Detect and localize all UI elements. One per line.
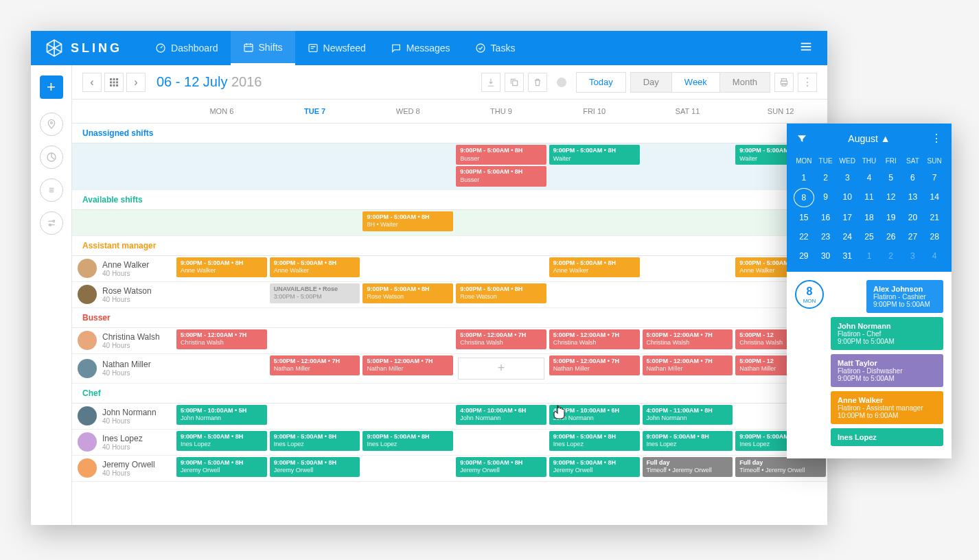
location-icon[interactable] [40, 113, 63, 136]
menu-icon[interactable] [798, 39, 814, 57]
filter-icon[interactable] [796, 133, 807, 144]
copy-icon[interactable] [505, 73, 524, 92]
day-fri[interactable]: FRI 10 [548, 100, 641, 123]
shift-card[interactable]: 5:00PM - 12:00AM • 7HChristina Walsh [549, 329, 640, 349]
calendar-date[interactable]: 5 [881, 169, 901, 187]
day-button[interactable]: Day [630, 72, 672, 93]
day-mon[interactable]: MON 6 [175, 100, 268, 123]
chart-icon[interactable] [40, 145, 63, 169]
shift-card[interactable]: 9:00PM - 5:00AM • 8HInes Lopez [270, 431, 360, 451]
nav-newsfeed[interactable]: Newsfeed [295, 31, 378, 65]
calendar-date[interactable]: 16 [816, 209, 836, 226]
calendar-date[interactable]: 21 [924, 209, 945, 226]
calendar-date[interactable]: 1 [859, 247, 879, 265]
calendar-date[interactable]: 9 [816, 188, 836, 207]
calendar-date[interactable]: 18 [859, 209, 879, 226]
shift-card[interactable]: 5:00PM - 12:00AM • 7HChristina Walsh [176, 329, 267, 349]
shift-card[interactable]: 5:00PM - 10:00AM • 5HJohn Normann [176, 405, 267, 425]
shift-card[interactable]: 9:00PM - 5:00AM • 8HJeremy Orwell [456, 457, 546, 477]
shift-card[interactable]: 9:00PM - 5:00AM • 8HInes Lopez [362, 431, 453, 451]
calendar-date[interactable]: 7 [924, 169, 945, 187]
day-wed[interactable]: WED 8 [361, 100, 454, 123]
shift-card[interactable]: 9:00PM - 5:00AM • 8HInes Lopez [643, 431, 733, 451]
shift-card[interactable]: 5:00PM - 12:00AM • 7HNathan Miller [549, 355, 640, 375]
calendar-date[interactable]: 29 [794, 247, 814, 265]
today-button[interactable]: Today [576, 72, 626, 93]
day-tue[interactable]: TUE 7 [268, 100, 362, 123]
nav-shifts[interactable]: Shifts [231, 31, 295, 65]
calendar-date[interactable]: 3 [837, 169, 857, 187]
shift-card[interactable]: 5:00PM - 12:00AM • 7HNathan Miller [270, 355, 360, 375]
calendar-date[interactable]: 26 [881, 228, 901, 246]
calendar-date[interactable]: 27 [903, 228, 923, 246]
calendar-date[interactable]: 11 [859, 188, 879, 207]
shift-card[interactable]: 9:00PM - 5:00AM • 8HInes Lopez [176, 431, 267, 451]
calendar-date[interactable]: 30 [816, 247, 836, 265]
day-sun[interactable]: SUN 12 [734, 100, 827, 123]
shift-card[interactable]: 4:00PM - 10:00AM • 6HJohn Normann [549, 405, 640, 425]
delete-icon[interactable] [528, 73, 547, 92]
more-icon[interactable]: ⋮ [798, 73, 817, 92]
shift-card[interactable]: 9:00PM - 5:00AM • 8HAnne Walker [176, 257, 267, 277]
grid-view-icon[interactable] [104, 73, 124, 92]
calendar-date[interactable]: 28 [924, 228, 945, 246]
week-button[interactable]: Week [672, 72, 720, 93]
shift-card[interactable]: 9:00PM - 5:00AM • 8HAnne Walker [270, 257, 360, 277]
calendar-date[interactable]: 1 [794, 169, 814, 187]
shift-card[interactable]: 9:00PM - 5:00AM • 8HBusser [456, 166, 546, 186]
calendar-date[interactable]: 25 [859, 228, 879, 246]
calendar-date[interactable]: 22 [794, 228, 814, 246]
calendar-date[interactable]: 13 [903, 188, 923, 207]
shift-card[interactable]: 5:00PM - 12:00AM • 7HChristina Walsh [456, 329, 546, 349]
shift-card[interactable]: 5:00PM - 12:00AM • 7HChristina Walsh [643, 329, 733, 349]
sidepanel-shift[interactable]: Ines Lopez [831, 428, 943, 446]
shift-card[interactable]: 9:00PM - 5:00AM • 8H8H • Waiter [362, 211, 453, 231]
export-icon[interactable] [481, 73, 500, 92]
nav-tasks[interactable]: Tasks [463, 31, 528, 65]
shift-card[interactable]: 5:00PM - 12:00AM • 7HNathan Miller [643, 355, 733, 375]
shift-card[interactable]: 9:00PM - 5:00AM • 8HBusser [456, 145, 546, 165]
day-thu[interactable]: THU 9 [454, 100, 548, 123]
calendar-date[interactable]: 17 [837, 209, 857, 226]
calendar-date[interactable]: 3 [903, 247, 923, 265]
calendar-date[interactable]: 23 [816, 228, 836, 246]
calendar-date[interactable]: 2 [816, 169, 836, 187]
settings-icon[interactable] [40, 211, 63, 235]
calendar-date[interactable]: 20 [903, 209, 923, 226]
calendar-date[interactable]: 12 [881, 188, 901, 207]
sidepanel-shift[interactable]: Alex JohnsonFlatiron - Cashier9:00PM to … [866, 280, 943, 313]
sidepanel-shift[interactable]: John NormannFlatiron - Chef9:00PM to 5:0… [831, 317, 943, 350]
panel-more-icon[interactable]: ⋮ [931, 132, 942, 145]
calendar-date[interactable]: 31 [837, 247, 857, 265]
list-icon[interactable] [40, 178, 63, 202]
unavailable-card[interactable]: UNAVAILABLE • Rose3:00PM - 5:00PM [270, 283, 360, 303]
shift-card[interactable]: 9:00PM - 5:00AM • 8HJeremy Orwell [270, 457, 360, 477]
calendar-month[interactable]: August ▲ [807, 133, 931, 144]
publish-status[interactable] [557, 78, 566, 87]
shift-card[interactable]: 9:00PM - 5:00AM • 8HInes Lopez [549, 431, 640, 451]
shift-card[interactable]: 5:00PM - 12:00AM • 7HNathan Miller [362, 355, 453, 375]
nav-dashboard[interactable]: Dashboard [143, 31, 231, 65]
nav-messages[interactable]: Messages [378, 31, 463, 65]
shift-card[interactable]: 9:00PM - 5:00AM • 8HAnne Walker [549, 257, 640, 277]
sidepanel-shift[interactable]: Matt TaylorFlatiron - Dishwasher9:00PM t… [831, 354, 943, 387]
calendar-date[interactable]: 2 [881, 247, 901, 265]
timeoff-card[interactable]: Full dayTimeoff • Jeremy Orwell [643, 457, 733, 477]
calendar-date[interactable]: 19 [881, 209, 901, 226]
shift-card[interactable]: 9:00PM - 5:00AM • 8HRose Watson [362, 283, 453, 303]
calendar-date[interactable]: 4 [859, 169, 879, 187]
calendar-date[interactable]: 24 [837, 228, 857, 246]
calendar-date[interactable]: 10 [837, 188, 857, 207]
shift-card[interactable]: 9:00PM - 5:00AM • 8HRose Watson [456, 283, 546, 303]
calendar-date[interactable]: 8 [794, 188, 814, 207]
calendar-date[interactable]: 4 [924, 247, 945, 265]
shift-card[interactable]: 9:00PM - 5:00AM • 8HJeremy Orwell [549, 457, 640, 477]
calendar-date[interactable]: 14 [924, 188, 945, 207]
timeoff-card[interactable]: Full dayTimeoff • Jeremy Orwell [735, 457, 826, 477]
calendar-date[interactable]: 6 [903, 169, 923, 187]
month-button[interactable]: Month [720, 72, 770, 93]
shift-card[interactable]: 4:00PM - 10:00AM • 6HJohn Normann [456, 405, 546, 425]
sidepanel-shift[interactable]: Anne WalkerFlatiron - Assistant manager1… [831, 391, 943, 424]
shift-card[interactable]: 4:00PM - 11:00AM • 8HJohn Normann [643, 405, 733, 425]
day-sat[interactable]: SAT 11 [641, 100, 735, 123]
